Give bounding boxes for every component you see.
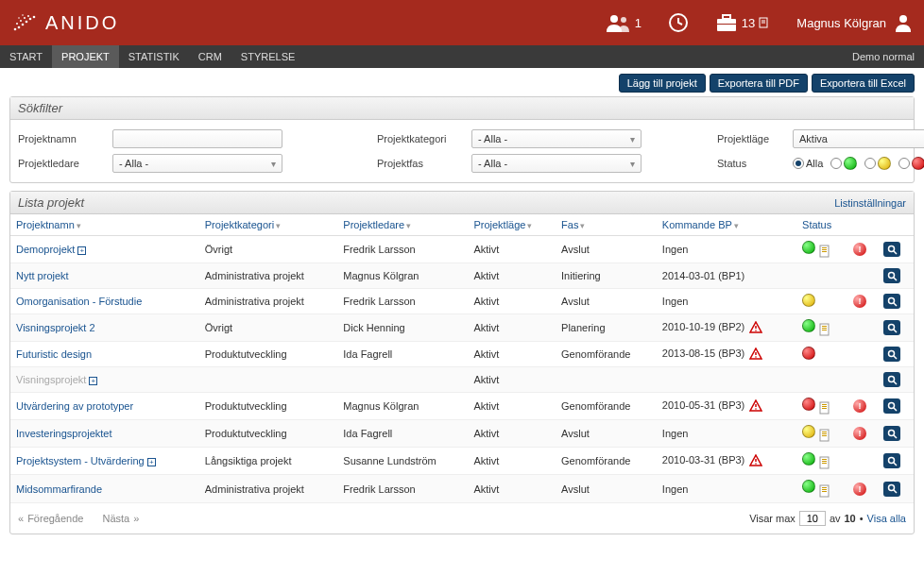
view-button[interactable]: [883, 372, 900, 387]
svg-point-5: [33, 16, 36, 19]
svg-point-61: [756, 464, 758, 466]
cell-bp: Ingen: [657, 289, 796, 314]
expand-icon[interactable]: +: [89, 377, 97, 385]
projektfas-select[interactable]: - Alla -: [471, 154, 642, 173]
expand-icon[interactable]: +: [77, 246, 86, 255]
add-project-button[interactable]: Lägg till projekt: [619, 74, 706, 93]
svg-line-29: [894, 278, 897, 280]
users-icon-group[interactable]: 1: [607, 13, 642, 32]
view-button[interactable]: [883, 426, 900, 441]
col-leader[interactable]: Projektledare▾: [337, 214, 468, 236]
project-link[interactable]: Projektsystem - Utvärdering: [16, 455, 145, 466]
project-link[interactable]: Demoprojekt: [16, 244, 75, 255]
svg-point-21: [899, 15, 907, 23]
cell-leader: Ida Fagrell: [337, 342, 468, 367]
clock-icon-group[interactable]: [668, 12, 689, 33]
status-dot-icon: [802, 294, 815, 307]
filter-panel: Sökfilter Projektnamn Projektkategori - …: [9, 96, 915, 183]
cell-mode: Aktivt: [468, 448, 556, 475]
nav-item-start[interactable]: START: [0, 45, 52, 68]
briefcase-icon: [715, 13, 738, 32]
warning-icon: [749, 399, 762, 413]
svg-rect-65: [822, 463, 827, 464]
svg-point-3: [26, 21, 28, 24]
project-link[interactable]: Investeringsprojektet: [16, 428, 112, 439]
col-phase[interactable]: Fas▾: [556, 214, 657, 236]
col-name[interactable]: Projektnamn▾: [10, 214, 199, 236]
expand-icon[interactable]: +: [147, 458, 156, 466]
cell-category: Produktutveckling: [199, 420, 338, 448]
logo-dots-icon: [11, 12, 40, 33]
cell-mode: Aktivt: [468, 289, 556, 314]
cell-alert: !: [847, 420, 879, 448]
nav-item-statistik[interactable]: STATISTIK: [119, 45, 189, 68]
svg-rect-56: [822, 433, 827, 434]
clock-icon: [668, 12, 689, 33]
col-bp[interactable]: Kommande BP▾: [657, 214, 796, 236]
cell-category: Administrativa projekt: [199, 263, 338, 289]
pager-total: 10: [845, 513, 856, 524]
project-link[interactable]: Futuristic design: [16, 348, 92, 360]
cell-leader: Ida Fagrell: [337, 420, 468, 448]
project-link[interactable]: Utvärdering av prototyper: [16, 400, 133, 412]
nav-item-styrelse[interactable]: STYRELSE: [231, 45, 304, 68]
status-radio-red[interactable]: [898, 158, 910, 169]
alert-icon: !: [853, 399, 866, 413]
users-icon: [607, 13, 631, 32]
pager-next[interactable]: Nästa: [102, 513, 129, 524]
svg-point-0: [14, 28, 17, 31]
projektkategori-select[interactable]: - Alla -: [471, 129, 642, 148]
document-icon: [818, 401, 831, 415]
svg-point-8: [24, 17, 26, 19]
cell-alert: !: [847, 236, 879, 263]
cell-status: [796, 420, 847, 448]
view-button[interactable]: [883, 294, 900, 309]
cell-bp: Ingen: [657, 236, 796, 263]
cell-phase: Genomförande: [556, 342, 657, 367]
main-nav: STARTPROJEKTSTATISTIKCRMSTYRELSE Demo no…: [0, 45, 924, 68]
col-category[interactable]: Projektkategori▾: [199, 214, 338, 236]
cell-alert: [847, 314, 879, 342]
projektlage-select[interactable]: Aktiva: [793, 129, 924, 148]
svg-rect-35: [822, 326, 827, 327]
view-button[interactable]: [883, 347, 900, 362]
project-link[interactable]: Midsommarfirande: [16, 483, 102, 495]
cell-alert: [847, 367, 879, 393]
export-excel-button[interactable]: Exportera till Excel: [812, 74, 915, 93]
svg-point-26: [888, 246, 894, 251]
cell-bp: 2010-10-19 (BP2): [657, 314, 796, 342]
pager-max-input[interactable]: [799, 511, 826, 526]
cell-leader: Fredrik Larsson: [337, 236, 468, 263]
nav-item-crm[interactable]: CRM: [189, 45, 231, 68]
list-settings-link[interactable]: Listinställningar: [834, 197, 906, 209]
status-radio-green[interactable]: [830, 158, 842, 169]
view-button[interactable]: [883, 242, 900, 257]
view-button[interactable]: [883, 398, 900, 414]
view-button[interactable]: [883, 320, 900, 335]
view-button[interactable]: [883, 268, 900, 283]
view-button[interactable]: [883, 453, 900, 468]
project-link[interactable]: Visningsprojekt: [16, 374, 86, 385]
status-radio-all[interactable]: [793, 158, 804, 169]
svg-point-41: [756, 356, 758, 358]
pager-of: av: [830, 513, 841, 524]
briefcase-icon-group[interactable]: 13: [715, 13, 768, 32]
view-button[interactable]: [883, 482, 900, 497]
cell-bp: 2014-03-01 (BP1): [657, 263, 796, 289]
nav-item-projekt[interactable]: PROJEKT: [52, 45, 119, 68]
project-link[interactable]: Omorganisation - Förstudie: [16, 296, 142, 307]
pager-prev[interactable]: Föregående: [27, 513, 83, 524]
project-link[interactable]: Nytt projekt: [16, 270, 69, 281]
user-menu[interactable]: Magnus Kölgran: [796, 13, 913, 32]
status-radio-yellow[interactable]: [864, 158, 876, 169]
pager-show-all[interactable]: Visa alla: [867, 513, 906, 524]
document-icon: [818, 245, 831, 258]
export-pdf-button[interactable]: Exportera till PDF: [710, 74, 808, 93]
col-status[interactable]: Status: [796, 214, 878, 236]
projektledare-select[interactable]: - Alla -: [112, 154, 282, 173]
project-link[interactable]: Visningsprojekt 2: [16, 322, 95, 333]
red-dot-icon: [912, 157, 924, 170]
list-panel-title: Lista projekt: [18, 195, 84, 210]
col-mode[interactable]: Projektläge▾: [468, 214, 556, 236]
projektnamn-input[interactable]: [112, 129, 282, 148]
